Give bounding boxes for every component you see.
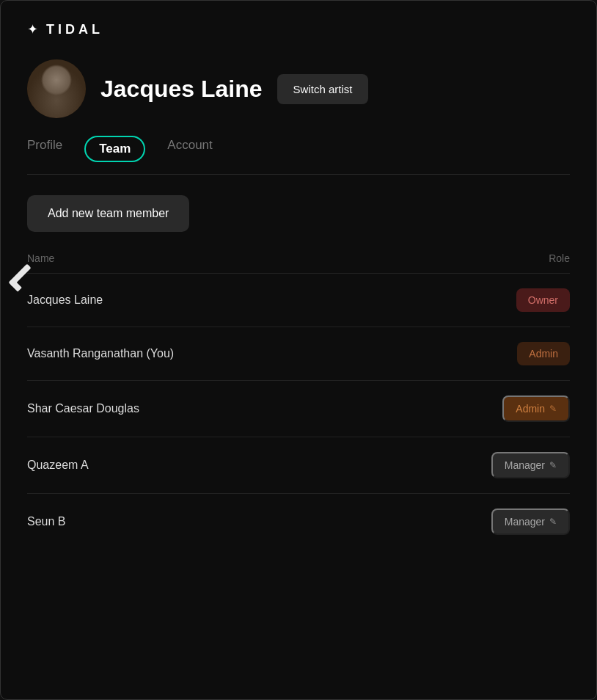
edit-icon: ✎ (549, 517, 557, 527)
switch-artist-button[interactable]: Switch artist (277, 74, 369, 104)
app-header: ✦ TIDAL (1, 1, 596, 52)
tidal-logo-icon: ✦ (27, 21, 39, 37)
table-row: Shar Caesar Douglas Admin ✎ (27, 380, 570, 437)
app-window: ✦ TIDAL Jacques Laine Switch artist Prof… (0, 0, 597, 700)
tidal-logo: ✦ TIDAL (27, 21, 103, 37)
table-row: Jacques Laine Owner (27, 273, 570, 327)
table-header: Name Role (27, 247, 570, 273)
role-badge-admin-edit[interactable]: Admin ✎ (502, 395, 570, 422)
member-name: Shar Caesar Douglas (27, 402, 139, 415)
column-header-name: Name (27, 252, 54, 264)
table-row: Vasanth Ranganathan (You) Admin (27, 327, 570, 380)
nav-tabs: Profile Team Account (1, 118, 596, 162)
table-row: Seun B Manager ✎ (27, 493, 570, 550)
tab-profile[interactable]: Profile (27, 138, 62, 160)
add-member-section: Add new team member (1, 175, 596, 247)
column-header-role: Role (549, 252, 570, 264)
role-badge-admin: Admin (517, 342, 570, 365)
tidal-logo-text: TIDAL (46, 22, 103, 37)
role-badge-manager[interactable]: Manager ✎ (491, 452, 570, 478)
edit-icon: ✎ (549, 460, 557, 470)
role-badge-manager[interactable]: Manager ✎ (491, 508, 570, 535)
artist-avatar (27, 59, 86, 118)
table-row: Quazeem A Manager ✎ (27, 437, 570, 493)
tab-account[interactable]: Account (167, 138, 212, 160)
role-badge-owner: Owner (516, 288, 570, 312)
member-name: Vasanth Ranganathan (You) (27, 347, 174, 360)
member-name: Seun B (27, 515, 65, 528)
avatar-image (27, 59, 86, 118)
add-member-button[interactable]: Add new team member (27, 195, 189, 232)
team-table: Name Role Jacques Laine Owner Vasanth Ra… (1, 247, 596, 550)
artist-name: Jacques Laine (100, 76, 263, 103)
artist-section: Jacques Laine Switch artist (1, 52, 596, 118)
tab-team[interactable]: Team (84, 136, 145, 162)
edit-icon: ✎ (549, 404, 557, 414)
member-name: Quazeem A (27, 459, 89, 472)
member-name: Jacques Laine (27, 294, 103, 307)
